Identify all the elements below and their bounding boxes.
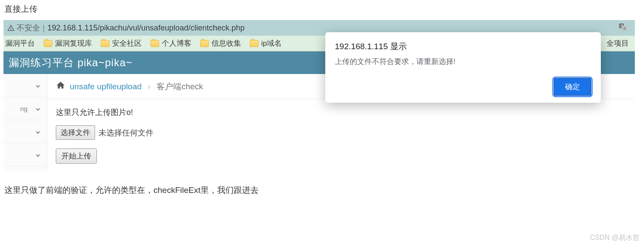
separator: | [43,24,45,33]
breadcrumb-current: 客户端check [157,81,203,92]
sidebar-item-label: ng [20,105,27,112]
bookmark-item[interactable]: 漏洞复现库 [44,38,92,48]
chevron-down-icon [35,129,41,134]
breadcrumb-link[interactable]: unsafe upfileupload [70,82,142,91]
translate-icon[interactable]: 文A [618,22,628,34]
alert-title: 192.168.1.115 显示 [335,41,591,52]
bookmark-label: 漏洞复现库 [55,38,92,48]
alert-dialog: 192.168.1.115 显示 上传的文件不符合要求，请重新选择! 确定 [325,32,601,103]
folder-icon [101,40,109,47]
url-text[interactable]: 192.168.1.115/pikachu/vul/unsafeupload/c… [48,24,245,33]
bookmark-label: 安全社区 [112,38,142,48]
warning-icon [7,24,15,32]
sidebar-item[interactable] [3,74,47,97]
chevron-down-icon [35,152,41,157]
svg-text:文: 文 [620,24,624,28]
site-title: 漏洞练习平台 pika~pika~ [9,56,133,70]
bookmark-item[interactable]: 个人博客 [150,38,191,48]
chevron-down-icon [35,106,41,111]
bookmark-item[interactable]: 漏洞平台 [5,38,35,48]
upload-button[interactable]: 开始上传 [56,148,97,164]
chevron-down-icon [35,83,41,88]
folder-icon [150,40,159,47]
folder-icon [44,40,52,47]
folder-icon [250,40,259,47]
bookmark-right[interactable]: 全项目 [607,38,629,48]
page-note-bottom: 这里只做了前端的验证，允许的类型在，checkFileExt里，我们跟进去 [0,172,644,200]
bookmark-item[interactable]: ip域名 [250,38,282,48]
breadcrumb-separator: › [148,82,150,91]
browser-window: 不安全 | 192.168.1.115/pikachu/vul/unsafeup… [3,20,635,172]
bookmark-item[interactable]: 安全社区 [101,38,142,48]
bookmark-label: 个人博客 [162,38,191,48]
insecure-label: 不安全 [17,23,40,33]
choose-file-button[interactable]: 选择文件 [56,125,95,140]
sidebar-item[interactable] [3,143,47,166]
bookmark-label: 漏洞平台 [5,38,35,48]
bookmark-label: 全项目 [607,38,629,48]
sidebar: ng [3,74,47,172]
alert-message: 上传的文件不符合要求，请重新选择! [335,57,591,67]
bookmark-label: 信息收集 [211,38,241,48]
page-note-top: 直接上传 [0,0,644,20]
home-icon[interactable] [56,81,65,92]
file-status: 未选择任何文件 [99,128,153,138]
svg-text:A: A [624,26,626,30]
sidebar-item[interactable] [3,120,47,143]
bookmark-item[interactable]: 信息收集 [200,38,241,48]
bookmark-label: ip域名 [261,38,282,48]
sidebar-item[interactable]: ng [3,97,47,120]
upload-notice: 这里只允许上传图片o! [56,107,626,118]
alert-ok-button[interactable]: 确定 [554,78,591,96]
folder-icon [200,40,209,47]
